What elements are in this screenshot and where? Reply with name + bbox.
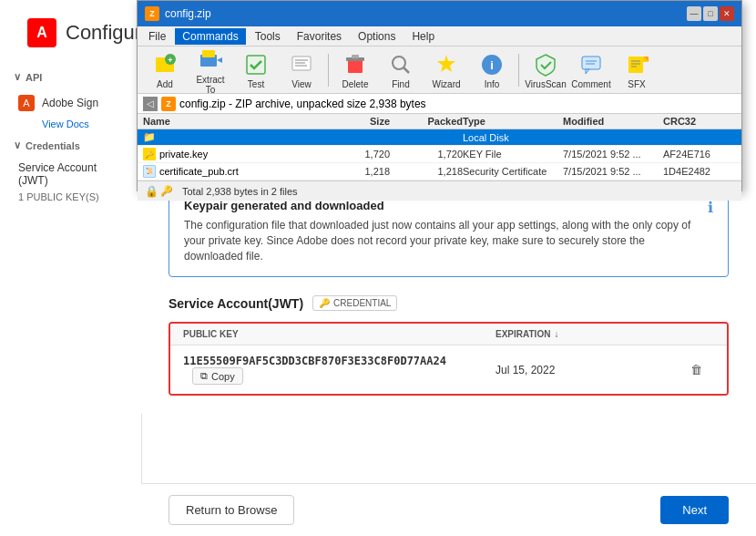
next-button[interactable]: Next: [660, 496, 729, 524]
status-text: Total 2,938 bytes in 2 files: [182, 186, 298, 197]
copy-icon: ⧉: [200, 370, 208, 382]
crt-file-icon: 📜: [143, 165, 156, 178]
toolbar-delete[interactable]: Delete: [333, 48, 377, 91]
toolbar-add-label: Add: [157, 79, 173, 89]
info-icon: ℹ: [708, 199, 713, 263]
toolbar-view-label: View: [291, 79, 312, 89]
table-row: 11e55509f9af5c3dd3cbf870f3e33c8f0d77aa24…: [170, 345, 727, 394]
menu-file[interactable]: File: [141, 28, 173, 45]
winzip-title: config.zip: [165, 7, 211, 20]
toolbar-comment-label: Comment: [571, 79, 610, 89]
menu-tools[interactable]: Tools: [248, 28, 288, 45]
svg-marker-16: [437, 55, 455, 72]
svg-rect-11: [348, 60, 363, 73]
service-account-header: Service Account(JWT) 🔑 CREDENTIAL: [169, 295, 729, 311]
toolbar-virusscan-label: VirusScan: [525, 79, 566, 89]
toolbar-extract-label: Extract To: [190, 75, 230, 95]
close-button[interactable]: ✕: [720, 6, 734, 21]
svg-marker-20: [586, 69, 589, 74]
toolbar-test[interactable]: Test: [234, 48, 278, 91]
folder-selected-icon: 📁: [143, 131, 156, 143]
adobe-logo-icon: A: [27, 18, 56, 47]
sidebar-view-docs[interactable]: View Docs: [0, 116, 141, 132]
toolbar-info-label: Info: [485, 79, 500, 89]
credential-badge: 🔑 CREDENTIAL: [312, 295, 397, 311]
toolbar-test-label: Test: [248, 79, 264, 89]
toolbar-comment[interactable]: Comment: [569, 48, 613, 91]
file-modified-cell: 7/15/2021 9:52 ...: [563, 149, 663, 160]
menu-commands[interactable]: Commands: [175, 28, 245, 45]
table-row[interactable]: 📁 Local Disk: [138, 129, 741, 146]
table-row[interactable]: 🔑 private.key 1,720 1,720 KEY File 7/15/…: [138, 146, 741, 163]
copy-key-button[interactable]: ⧉ Copy: [192, 367, 243, 385]
menu-favorites[interactable]: Favorites: [290, 28, 349, 45]
col-size: Size: [317, 116, 390, 127]
chevron-down-icon: ∨: [14, 71, 21, 83]
col-header-action: [678, 329, 714, 339]
winzip-window: Z config.zip — □ ✕ File Commands Tools F…: [137, 0, 742, 191]
file-type-cell: Local Disk: [463, 132, 563, 143]
winzip-statusbar: 🔒 🔑 Total 2,938 bytes in 2 files: [138, 180, 741, 201]
info-tb-icon: i: [477, 50, 506, 79]
table-row[interactable]: 📜 certificate_pub.crt 1,218 1,218 Securi…: [138, 163, 741, 180]
winzip-breadcrumb: ◁ Z config.zip - ZIP archive, unpacked s…: [138, 94, 741, 114]
sidebar-public-keys: 1 PUBLIC KEY(S): [0, 190, 141, 204]
delete-icon: [341, 50, 370, 79]
public-keys-table: PUBLIC KEY EXPIRATION ↓ 11e55509f9af5c3d…: [169, 322, 729, 396]
adobe-sign-icon: A: [18, 95, 35, 111]
status-icons: 🔒 🔑: [145, 185, 173, 198]
toolbar-find[interactable]: Find: [379, 48, 423, 91]
delete-key-button[interactable]: 🗑: [678, 363, 714, 376]
toolbar-info[interactable]: i Info: [470, 48, 514, 91]
col-packed: Packed: [390, 116, 463, 127]
maximize-button[interactable]: □: [703, 6, 718, 21]
menu-options[interactable]: Options: [351, 28, 403, 45]
sidebar-service-account[interactable]: Service Account (JWT): [0, 159, 141, 190]
toolbar-separator-1: [328, 54, 329, 87]
info-box-text: The configuration file that downloaded j…: [184, 218, 699, 263]
toolbar-wizard[interactable]: Wizard: [424, 48, 468, 91]
svg-rect-13: [352, 55, 359, 58]
file-name-cell: 📜 certificate_pub.crt: [143, 165, 317, 178]
toolbar-add[interactable]: + Add: [143, 48, 187, 91]
toolbar-view[interactable]: View: [280, 48, 323, 91]
sort-arrow-icon[interactable]: ↓: [554, 329, 558, 339]
public-key-value: 11e55509f9af5c3dd3cbf870f3e33c8f0d77aa24: [183, 355, 446, 367]
menu-help[interactable]: Help: [404, 28, 442, 45]
view-icon: [287, 50, 316, 79]
add-icon: +: [150, 50, 179, 79]
file-packed-cell: 1,218: [390, 166, 463, 177]
credentials-section-header: ∨ Credentials: [0, 132, 141, 159]
sidebar-item-adobe-sign[interactable]: A Adobe Sign: [0, 90, 141, 116]
toolbar-extract[interactable]: Extract To: [189, 44, 232, 97]
virusscan-icon: [531, 50, 560, 79]
key-file-icon: 🔑: [143, 148, 156, 160]
toolbar-virusscan[interactable]: VirusScan: [524, 48, 567, 91]
svg-text:i: i: [490, 58, 494, 72]
info-box-title: Keypair generated and downloaded: [184, 199, 699, 212]
find-icon: [386, 50, 415, 79]
file-list-container: Name Size Packed Type Modified CRC32 📁 L…: [138, 114, 741, 180]
file-name-cell: 📁: [143, 131, 317, 143]
api-section-header: ∨ API: [0, 64, 141, 90]
file-modified-cell: 7/15/2021 9:52 ...: [563, 166, 663, 177]
col-header-expiration: EXPIRATION ↓: [495, 329, 678, 339]
file-size-cell: 1,218: [317, 166, 390, 177]
toolbar-sfx[interactable]: SFX: [615, 48, 659, 91]
toolbar-delete-label: Delete: [342, 79, 369, 89]
file-type-value: Security Certificate: [463, 166, 547, 177]
expiration-value: Jul 15, 2022: [495, 364, 678, 376]
file-type-value: Local Disk: [463, 132, 509, 143]
col-name: Name: [143, 116, 317, 127]
test-icon: [241, 50, 271, 79]
file-size-cell: 1,720: [317, 149, 390, 160]
status-key-icon: 🔑: [160, 185, 173, 198]
return-to-browse-button[interactable]: Return to Browse: [169, 495, 294, 525]
table-header: PUBLIC KEY EXPIRATION ↓: [170, 324, 727, 345]
toolbar-find-label: Find: [392, 79, 409, 89]
svg-text:+: +: [168, 56, 172, 65]
breadcrumb-nav-icon[interactable]: ◁: [143, 97, 158, 111]
minimize-button[interactable]: —: [687, 6, 701, 21]
extract-icon: [196, 46, 225, 75]
col-modified: Modified: [563, 116, 663, 127]
